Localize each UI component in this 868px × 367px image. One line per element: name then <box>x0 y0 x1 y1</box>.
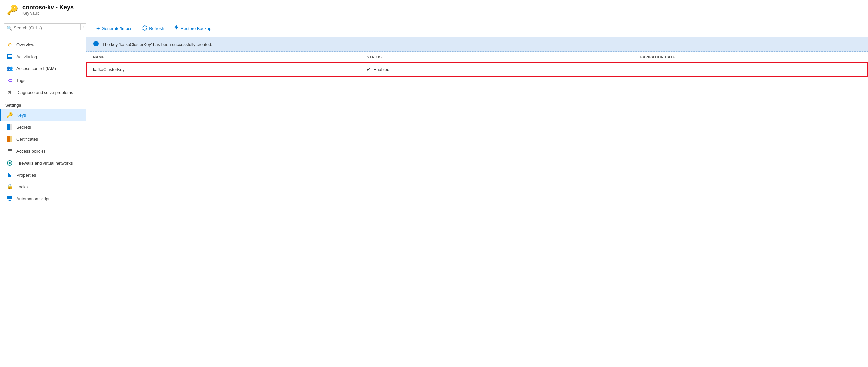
restore-backup-label: Restore Backup <box>181 26 212 31</box>
sidebar-item-automation[interactable]: Automation script <box>0 193 86 205</box>
table-area: NAME STATUS EXPIRATION DATE kafkaCluster… <box>86 52 868 367</box>
column-name: NAME <box>86 52 360 62</box>
svg-rect-14 <box>9 174 10 177</box>
svg-rect-9 <box>8 150 11 151</box>
sidebar-item-locks[interactable]: 🔒 Locks <box>0 181 86 193</box>
properties-icon <box>6 172 13 178</box>
collapse-sidebar-button[interactable]: « <box>80 23 86 30</box>
svg-point-12 <box>9 162 11 164</box>
key-vault-icon: 🔑 <box>7 4 18 15</box>
generate-import-label: Generate/Import <box>102 26 133 31</box>
refresh-button[interactable]: Refresh <box>139 24 168 33</box>
sidebar-item-tags[interactable]: 🏷 Tags <box>0 75 86 86</box>
key-name: kafkaClusterKey <box>86 62 360 77</box>
access-policies-icon <box>6 148 13 154</box>
checkmark-icon: ✔ <box>367 67 370 72</box>
column-expiration-date: EXPIRATION DATE <box>633 52 868 62</box>
sidebar-item-activity-log[interactable]: Activity log <box>0 51 86 62</box>
locks-icon: 🔒 <box>6 184 13 190</box>
keys-icon: 🔑 <box>6 112 13 118</box>
refresh-label: Refresh <box>149 26 164 31</box>
firewalls-icon <box>6 160 13 166</box>
sidebar-item-diagnose[interactable]: ✖ Diagnose and solve problems <box>0 86 86 98</box>
restore-backup-button[interactable]: Restore Backup <box>170 24 215 33</box>
svg-text:i: i <box>95 41 96 46</box>
sidebar-item-properties[interactable]: Properties <box>0 169 86 181</box>
sidebar-item-label: Access control (IAM) <box>16 66 56 71</box>
svg-rect-1 <box>8 55 11 56</box>
sidebar-item-access-control[interactable]: 👥 Access control (IAM) <box>0 62 86 75</box>
access-control-icon: 👥 <box>6 65 13 72</box>
sidebar-item-label: Overview <box>16 42 34 47</box>
main-content: + Generate/Import Refresh Restore Backup… <box>86 20 868 367</box>
overview-icon: ⊙ <box>6 41 13 48</box>
notification-message: The key 'kafkaClusterKey' has been succe… <box>102 42 212 47</box>
tags-icon: 🏷 <box>6 77 13 84</box>
sidebar: 🔍 « ⊙ Overview Activity log 👥 Access con… <box>0 20 86 367</box>
app-header: 🔑 contoso-kv - Keys Key vault <box>0 0 868 20</box>
sidebar-item-secrets[interactable]: Secrets <box>0 121 86 133</box>
toolbar: + Generate/Import Refresh Restore Backup <box>86 20 868 37</box>
sidebar-item-label: Access policies <box>16 149 46 153</box>
certificates-icon <box>6 136 13 142</box>
sidebar-item-access-policies[interactable]: Access policies <box>0 145 86 157</box>
plus-icon: + <box>96 25 100 32</box>
sidebar-item-label: Activity log <box>16 54 37 59</box>
sidebar-item-label: Diagnose and solve problems <box>16 90 73 95</box>
svg-rect-7 <box>10 136 12 142</box>
key-status: ✔ Enabled <box>360 62 633 77</box>
sidebar-item-label: Secrets <box>16 125 31 130</box>
activity-log-icon <box>6 53 13 60</box>
svg-rect-8 <box>8 149 11 149</box>
sidebar-item-label: Tags <box>16 78 25 83</box>
refresh-icon <box>142 25 148 32</box>
sidebar-item-label: Keys <box>16 113 26 118</box>
sidebar-item-keys[interactable]: 🔑 Keys <box>0 109 86 121</box>
keys-table: NAME STATUS EXPIRATION DATE kafkaCluster… <box>86 52 868 77</box>
generate-import-button[interactable]: + Generate/Import <box>93 23 136 34</box>
info-icon: i <box>93 40 99 48</box>
sidebar-item-certificates[interactable]: Certificates <box>0 133 86 145</box>
svg-marker-17 <box>8 200 11 201</box>
svg-rect-16 <box>7 196 12 199</box>
svg-rect-13 <box>8 173 9 177</box>
settings-section-label: Settings <box>0 98 86 109</box>
sidebar-item-overview[interactable]: ⊙ Overview <box>0 38 86 51</box>
column-status: STATUS <box>360 52 633 62</box>
svg-rect-10 <box>8 151 11 152</box>
svg-rect-5 <box>10 124 12 130</box>
sidebar-item-label: Locks <box>16 185 28 190</box>
svg-rect-2 <box>8 56 11 57</box>
search-icon: 🔍 <box>7 25 12 30</box>
diagnose-icon: ✖ <box>6 89 13 96</box>
svg-marker-19 <box>176 26 178 29</box>
sidebar-item-label: Certificates <box>16 137 38 142</box>
sidebar-search-container: 🔍 « <box>0 20 86 36</box>
page-subtitle: Key vault <box>22 11 74 16</box>
automation-icon <box>6 195 13 202</box>
notification-bar: i The key 'kafkaClusterKey' has been suc… <box>86 37 868 52</box>
secrets-icon <box>6 124 13 130</box>
table-row[interactable]: kafkaClusterKey ✔ Enabled <box>86 62 868 77</box>
sidebar-item-firewalls[interactable]: Firewalls and virtual networks <box>0 157 86 169</box>
search-input[interactable] <box>4 23 82 32</box>
sidebar-item-label: Firewalls and virtual networks <box>16 161 73 166</box>
svg-rect-4 <box>7 124 10 130</box>
restore-icon <box>174 25 179 32</box>
key-expiration <box>633 62 868 77</box>
svg-rect-15 <box>10 175 11 177</box>
sidebar-item-label: Automation script <box>16 196 50 201</box>
svg-rect-3 <box>8 57 10 58</box>
sidebar-item-label: Properties <box>16 172 36 177</box>
sidebar-navigation: ⊙ Overview Activity log 👥 Access control… <box>0 36 86 367</box>
key-status-label: Enabled <box>374 67 390 72</box>
page-title: contoso-kv - Keys <box>22 4 74 11</box>
